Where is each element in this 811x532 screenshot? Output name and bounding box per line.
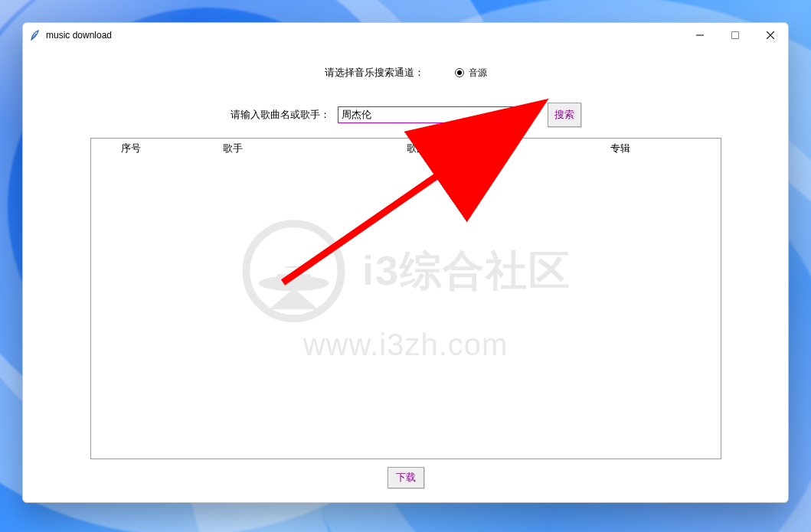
window-content: 请选择音乐搜索通道： 音源 请输入歌曲名或歌手： 搜索 序号 歌手 歌曲 专辑 (23, 47, 788, 504)
maximize-button[interactable] (718, 23, 753, 47)
minimize-button[interactable] (682, 23, 718, 47)
svg-point-4 (246, 224, 341, 318)
column-singer: 歌手 (152, 142, 313, 155)
results-header: 序号 歌手 歌曲 专辑 (91, 139, 721, 155)
app-feather-icon (29, 29, 41, 41)
watermark-hat-icon (240, 217, 347, 325)
close-button[interactable] (753, 23, 788, 47)
watermark: i3综合社区 www.i3zh.com (240, 217, 571, 362)
title-bar: music download (23, 23, 788, 47)
radio-icon (455, 68, 464, 77)
results-listbox[interactable]: 序号 歌手 歌曲 专辑 (90, 138, 721, 459)
svg-rect-1 (732, 32, 739, 39)
channel-radio-source[interactable]: 音源 (455, 67, 487, 80)
column-index: 序号 (91, 142, 152, 155)
download-button[interactable]: 下载 (388, 467, 424, 488)
window-title: music download (46, 30, 112, 41)
app-window: music download 请选择音乐搜索通道： 音源 请输入歌曲名或歌手： (22, 22, 789, 503)
column-album: 专辑 (520, 142, 721, 155)
watermark-text-cn: i3综合社区 (362, 243, 571, 299)
search-label: 请输入歌曲名或歌手： (231, 108, 330, 122)
watermark-text-en: www.i3zh.com (303, 328, 509, 362)
search-input[interactable] (338, 106, 532, 123)
svg-rect-6 (275, 268, 312, 274)
search-button[interactable]: 搜索 (548, 103, 581, 127)
column-song: 歌曲 (313, 142, 520, 155)
channel-label: 请选择音乐搜索通道： (325, 66, 424, 80)
svg-point-5 (258, 276, 329, 291)
channel-radio-label: 音源 (469, 67, 487, 80)
